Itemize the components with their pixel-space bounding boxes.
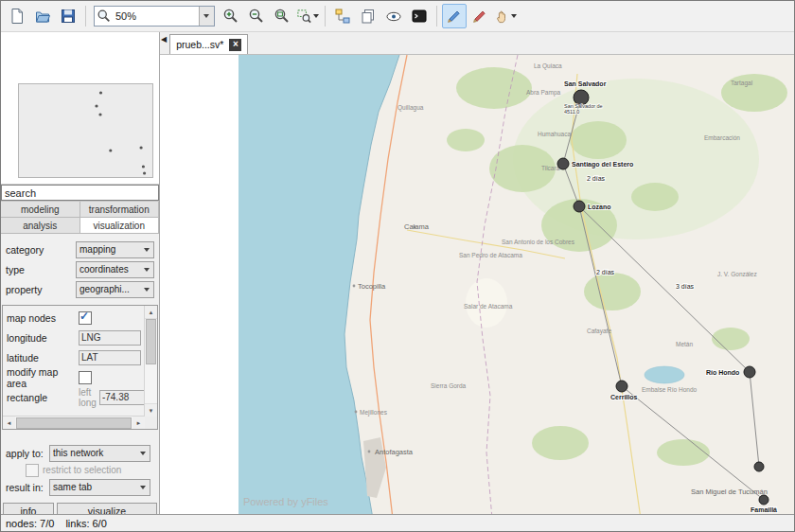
map-place-label: La Quiaca xyxy=(534,62,562,70)
console-button[interactable] xyxy=(407,4,432,28)
save-floppy-icon xyxy=(60,8,77,25)
canvas-column: ◀ prueb...sv* × xyxy=(160,32,794,514)
edit-tool-button[interactable] xyxy=(442,4,467,28)
zoom-level-select[interactable]: 50% xyxy=(94,6,215,27)
zoom-icon xyxy=(97,9,112,24)
new-document-button[interactable] xyxy=(5,4,29,28)
new-document-icon xyxy=(9,8,26,25)
minimap-network-dots xyxy=(19,84,152,177)
status-nodes: nodes: 7/0 xyxy=(6,518,54,529)
annotate-tool-button[interactable] xyxy=(468,4,492,28)
tab-modeling[interactable]: modeling xyxy=(1,202,80,218)
left-long-label: left long xyxy=(79,387,97,408)
chevron-down-icon xyxy=(144,248,150,252)
minimap-node-dot xyxy=(140,146,143,149)
duplicate-view-button[interactable] xyxy=(356,4,380,28)
document-tab[interactable]: prueb...sv* × xyxy=(169,34,248,54)
scroll-up-icon[interactable]: ▲ xyxy=(145,306,157,319)
collapse-panel-arrow[interactable]: ◀ xyxy=(161,36,167,44)
network-node[interactable] xyxy=(744,366,755,378)
palette-tabs: modeling transformation analysis visuali… xyxy=(1,201,159,234)
result-in-label: result in: xyxy=(6,482,49,493)
property-label: property xyxy=(6,284,76,295)
map-place-label: Metán xyxy=(676,341,693,347)
edge-label: 2 días xyxy=(596,269,615,275)
map-canvas[interactable]: La QuiacaAbra PampaTartagalEmbarcaciónHu… xyxy=(160,55,794,514)
result-in-select[interactable]: same tab xyxy=(49,479,150,496)
node-label: San Salvador xyxy=(564,80,607,87)
map-place-label: Humahuaca xyxy=(538,131,571,137)
scroll-left-icon[interactable]: ◄ xyxy=(3,417,15,429)
map-place-label: Salar de Atacama xyxy=(464,303,513,310)
chevron-down-icon xyxy=(144,268,150,272)
map-place-label: Embalse Río Hondo xyxy=(642,386,698,393)
toolbar-separator xyxy=(436,6,437,27)
layout-icon xyxy=(334,8,351,25)
network-node[interactable] xyxy=(754,462,764,471)
pan-tool-button[interactable] xyxy=(493,4,518,28)
apply-to-row: apply to: this network xyxy=(1,443,159,463)
node-label: Cerrillos xyxy=(610,394,638,400)
main-body: modeling transformation analysis visuali… xyxy=(1,32,794,514)
map-lake xyxy=(645,366,684,383)
document-tabbar: ◀ prueb...sv* × xyxy=(160,32,794,55)
zoom-in-button[interactable] xyxy=(219,4,243,28)
tab-visualization[interactable]: visualization xyxy=(80,218,160,234)
layout-tool-button[interactable] xyxy=(330,4,355,28)
map-place-label: J. V. González xyxy=(717,271,757,277)
parameter-panel: map nodes longitude latitude modify map … xyxy=(2,305,158,430)
vertical-scrollbar[interactable]: ▲ ▼ xyxy=(144,306,157,417)
overview-minimap[interactable] xyxy=(1,32,159,185)
preview-tool-button[interactable] xyxy=(381,4,406,28)
horizontal-scrollbar-thumb[interactable] xyxy=(16,417,132,429)
chevron-down-icon xyxy=(140,452,146,455)
search-input[interactable] xyxy=(1,185,159,201)
property-select[interactable]: geographi... xyxy=(76,281,154,298)
latitude-row: latitude xyxy=(3,347,145,367)
hand-icon xyxy=(494,8,510,25)
open-file-button[interactable] xyxy=(30,4,55,28)
left-long-field[interactable] xyxy=(99,390,145,405)
tab-transformation[interactable]: transformation xyxy=(80,202,160,218)
map-image: La QuiacaAbra PampaTartagalEmbarcaciónHu… xyxy=(238,55,794,514)
scroll-right-icon[interactable]: ► xyxy=(132,417,145,429)
latitude-field[interactable] xyxy=(79,350,141,365)
category-select[interactable]: mapping xyxy=(76,241,154,258)
fit-content-button[interactable] xyxy=(270,4,294,28)
vertical-scrollbar-thumb[interactable] xyxy=(146,319,156,364)
network-node[interactable] xyxy=(616,381,627,392)
network-node[interactable] xyxy=(557,158,569,169)
restrict-to-selection-checkbox xyxy=(26,464,39,477)
node-label: Lozano xyxy=(588,204,611,210)
zoom-to-area-button[interactable] xyxy=(295,4,320,28)
map-place-label: Abra Pampa xyxy=(526,89,561,97)
apply-to-select[interactable]: this network xyxy=(49,445,150,462)
modify-map-area-checkbox[interactable] xyxy=(79,371,92,384)
node-sublabel: 4511.0 xyxy=(564,109,579,115)
category-label: category xyxy=(6,244,76,256)
save-button[interactable] xyxy=(56,4,80,28)
info-button[interactable]: info xyxy=(3,503,54,514)
apply-to-label: apply to: xyxy=(6,448,49,459)
map-place-label: San Miguel de Tucumán xyxy=(691,488,768,496)
edge-label: 3 días xyxy=(676,283,695,290)
horizontal-scrollbar[interactable]: ◄ ► xyxy=(3,416,145,429)
action-buttons-row: info visualize xyxy=(1,497,159,514)
tab-analysis[interactable]: analysis xyxy=(1,218,80,234)
chevron-down-icon xyxy=(144,288,150,292)
network-node[interactable] xyxy=(574,201,585,212)
map-place-label: Tocopilla xyxy=(358,282,386,291)
zoom-out-button[interactable] xyxy=(244,4,269,28)
main-toolbar: 50% xyxy=(1,1,794,32)
application-window: 50% xyxy=(0,0,795,532)
rectangle-label: rectangle xyxy=(7,392,79,403)
scroll-down-icon[interactable]: ▼ xyxy=(145,403,157,417)
visualize-button[interactable]: visualize xyxy=(57,503,157,514)
map-nodes-checkbox[interactable] xyxy=(79,311,92,325)
tab-close-button[interactable]: × xyxy=(229,39,241,51)
map-image-wrap: La QuiacaAbra PampaTartagalEmbarcaciónHu… xyxy=(238,55,794,514)
type-select[interactable]: coordinates xyxy=(76,261,154,278)
network-node[interactable] xyxy=(759,495,768,505)
longitude-field[interactable] xyxy=(79,330,141,346)
zoom-combo-dropdown-button[interactable] xyxy=(199,7,214,26)
